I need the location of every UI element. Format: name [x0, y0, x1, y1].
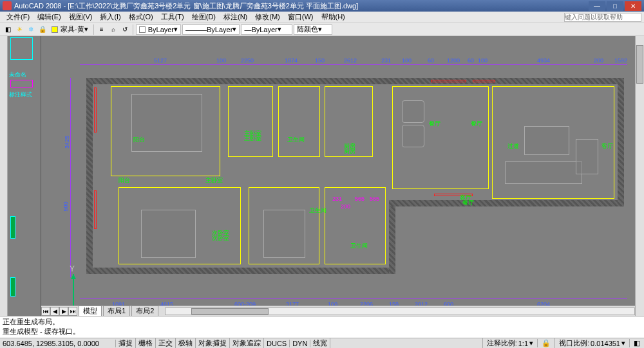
- menu-view[interactable]: 视图(V): [65, 12, 97, 22]
- room-label: 客厅: [601, 142, 613, 151]
- wall-bottom-1: [86, 268, 395, 274]
- drawing-canvas[interactable]: 5127100225018741502612231100601200601004…: [41, 36, 635, 316]
- linetype-dropdown[interactable]: ——— ByLayer ▾: [182, 24, 240, 35]
- menu-file[interactable]: 文件(F): [3, 12, 33, 22]
- wall-right: [618, 78, 624, 206]
- menu-edit[interactable]: 编辑(E): [33, 12, 65, 22]
- tab-layout2[interactable]: 布局2: [131, 306, 158, 316]
- vertical-scrollbar[interactable]: [635, 36, 644, 316]
- preview-box: [10, 37, 33, 60]
- dim-value: 60: [428, 57, 434, 64]
- red-door-1: [94, 87, 97, 133]
- lineweight-dropdown[interactable]: — ByLayer ▾: [241, 24, 292, 35]
- furn-table2: [402, 125, 424, 147]
- side-panel: 未命名 标注样式: [8, 36, 41, 316]
- tab-model[interactable]: 模型: [79, 306, 102, 316]
- room-label: 厨房: [344, 147, 355, 156]
- toggle-otrack[interactable]: 对象追踪: [230, 338, 264, 348]
- svg-marker-3: [71, 274, 76, 279]
- cmd-history-1: 正在重生成布局。: [3, 317, 641, 327]
- prev-icon[interactable]: ↺: [120, 24, 130, 35]
- room-bath2: [325, 187, 386, 264]
- freeze-icon[interactable]: ❄: [26, 24, 36, 35]
- menu-dim[interactable]: 标注(N): [220, 12, 251, 22]
- dim-value: 1592: [614, 57, 627, 64]
- wall-left: [86, 78, 93, 274]
- toggle-osnap[interactable]: 对象捕捉: [196, 338, 230, 348]
- tab-nav-first[interactable]: ⏮: [41, 307, 50, 316]
- status-bar: 603.6485, 12985.3105, 0.0000 捕捉 栅格 正交 极轴…: [0, 338, 644, 348]
- room-label: 次卧室: [212, 234, 229, 243]
- side-box-2: [10, 80, 33, 87]
- lock-icon[interactable]: 🔒: [537, 339, 554, 347]
- dim-value: 1874: [285, 57, 298, 64]
- menu-tools[interactable]: 工具(T): [157, 12, 188, 22]
- menu-draw[interactable]: 绘图(D): [188, 12, 220, 22]
- room-label: 阳台: [133, 136, 145, 144]
- status-anno-scale[interactable]: 注释比例: 1:1 ▾: [482, 338, 537, 348]
- window-title: AutoCAD 2008 - [E:\工作\2022\龙腾厂旁鑫苑3号楼2单元 …: [14, 1, 589, 11]
- room-label: 卫生间: [287, 136, 305, 144]
- toggle-polar[interactable]: 极轴: [176, 338, 196, 348]
- layer-name[interactable]: 家具-黄 ▾: [49, 24, 91, 34]
- toggle-dyn[interactable]: DYN: [290, 340, 310, 347]
- menu-insert[interactable]: 插入(I): [96, 12, 124, 22]
- wall-bottom-2: [389, 200, 624, 206]
- room-label: 餐厅: [471, 120, 482, 128]
- dim-value: 231: [381, 57, 391, 64]
- room-label: 主卧室: [205, 176, 223, 185]
- lock-icon[interactable]: 🔒: [37, 24, 48, 35]
- command-window[interactable]: 正在重生成布局。 重生成模型 - 缓存视口。 命令:: [0, 316, 644, 338]
- horizontal-scrollbar[interactable]: [165, 307, 635, 315]
- menu-modify[interactable]: 修改(M): [251, 12, 284, 22]
- help-search: [564, 13, 641, 22]
- match-icon[interactable]: ⌕: [108, 24, 118, 35]
- dim-value: 100: [402, 57, 412, 64]
- help-search-input[interactable]: [564, 13, 641, 22]
- scrollbar-thumb[interactable]: [636, 45, 643, 84]
- minimize-button[interactable]: —: [589, 1, 605, 11]
- side-label-2: 标注样式: [9, 91, 32, 99]
- red-door-2: [94, 190, 97, 229]
- furn-sofa: [505, 161, 582, 184]
- status-vp-scale[interactable]: 视口比例: 0.014351 ▾: [554, 338, 629, 348]
- room-label: 餐厅: [462, 199, 474, 207]
- toggle-grid[interactable]: 栅格: [136, 338, 156, 348]
- tab-nav-next[interactable]: ▶: [59, 307, 68, 316]
- menu-format[interactable]: 格式(O): [125, 12, 157, 22]
- menu-window[interactable]: 窗口(W): [284, 12, 317, 22]
- layer-icon[interactable]: ◧: [3, 24, 13, 35]
- menu-help[interactable]: 帮助(H): [317, 12, 349, 22]
- tab-nav-last[interactable]: ⏭: [68, 307, 77, 316]
- axis-y: Y: [70, 264, 75, 273]
- tab-nav-prev[interactable]: ◀: [50, 307, 59, 316]
- status-tray-icon[interactable]: ◧: [629, 339, 644, 347]
- h-scroll-thumb[interactable]: [191, 308, 269, 315]
- dim-line-top: [80, 64, 627, 65]
- sun-icon[interactable]: ☀: [14, 24, 24, 35]
- wall-top: [86, 78, 624, 84]
- furn-tv: [524, 126, 569, 155]
- close-button[interactable]: ✕: [625, 1, 641, 11]
- dim-value: 2612: [344, 57, 357, 64]
- toggle-snap[interactable]: 捕捉: [116, 338, 136, 348]
- furn-bed-2: [141, 210, 196, 258]
- dim-value: 500: [62, 201, 69, 211]
- side-box-3: [10, 216, 15, 239]
- left-toolbar[interactable]: [0, 36, 8, 316]
- dim-value: 200: [594, 57, 603, 64]
- toggle-ducs[interactable]: DUCS: [264, 340, 290, 347]
- title-bar: AutoCAD 2008 - [E:\工作\2022\龙腾厂旁鑫苑3号楼2单元 …: [0, 0, 644, 12]
- toggle-ortho[interactable]: 正交: [156, 338, 176, 348]
- room-label: 餐厅: [429, 120, 440, 128]
- side-label-1: 未命名: [9, 71, 26, 79]
- toggle-lwt[interactable]: 线宽: [310, 338, 330, 348]
- color-dropdown[interactable]: ByLayer ▾: [136, 24, 181, 35]
- dim-value: 5127: [154, 57, 167, 64]
- room-label: 卫生间: [309, 206, 327, 215]
- plotstyle-dropdown[interactable]: 随颜色 ▾: [294, 24, 332, 35]
- tab-layout1[interactable]: 布局1: [103, 306, 130, 316]
- dim-value: 60: [468, 57, 474, 64]
- layers-manager-icon[interactable]: ≡: [97, 24, 107, 35]
- maximize-button[interactable]: □: [607, 1, 623, 11]
